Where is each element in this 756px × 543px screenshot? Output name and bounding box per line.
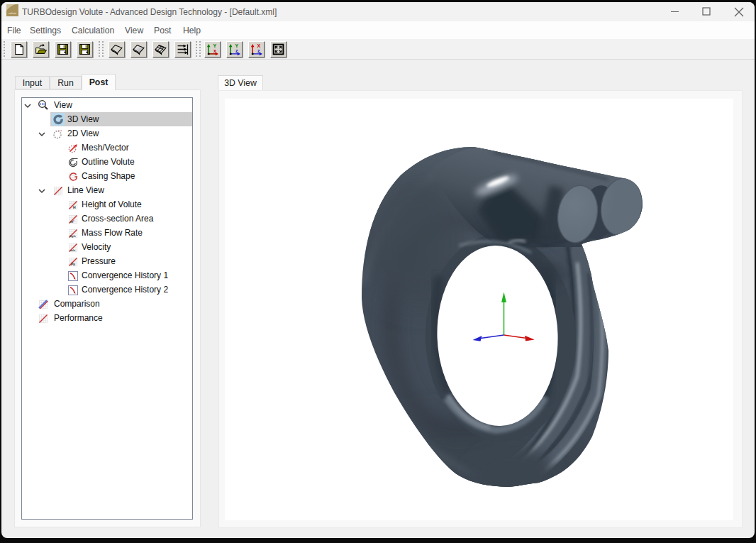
svg-text:Pa: Pa bbox=[71, 263, 75, 266]
svg-text:z: z bbox=[235, 48, 238, 53]
svg-text:kg/s: kg/s bbox=[70, 234, 77, 238]
svg-text:x: x bbox=[213, 48, 216, 53]
svg-text:z: z bbox=[257, 48, 260, 53]
svg-text:H: H bbox=[73, 205, 76, 209]
svg-text:m/s: m/s bbox=[70, 248, 76, 252]
svg-text:volute: volute bbox=[9, 11, 17, 15]
svg-text:m²: m² bbox=[70, 220, 74, 224]
